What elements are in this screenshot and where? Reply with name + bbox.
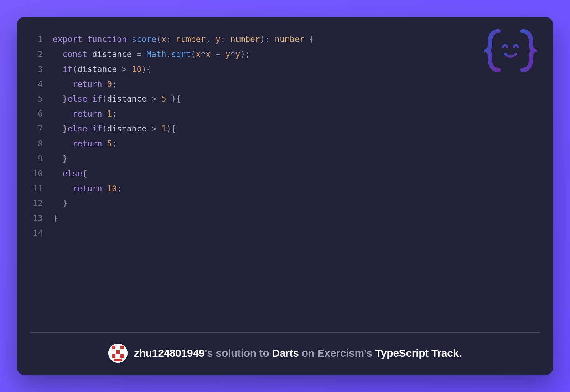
attribution-middle-1: 's solution to (204, 347, 272, 359)
code-line: if(distance > 10){ (53, 62, 314, 77)
line-number: 8 (30, 136, 43, 151)
attribution-middle-2: on Exercism's (299, 347, 375, 359)
line-number-gutter: 1234567891011121314 (30, 32, 43, 323)
code-line: } (53, 211, 314, 226)
svg-rect-4 (112, 354, 115, 358)
svg-rect-2 (120, 346, 124, 349)
svg-rect-6 (114, 359, 122, 361)
line-number: 9 (30, 151, 43, 166)
code-line: return 10; (53, 181, 314, 196)
svg-rect-1 (112, 346, 115, 349)
line-number: 5 (30, 92, 43, 107)
code-content: export function score(x: number, y: numb… (53, 32, 314, 323)
code-line: }else if(distance > 5 ){ (53, 92, 314, 107)
line-number: 14 (30, 226, 43, 241)
svg-rect-5 (120, 354, 124, 358)
line-number: 11 (30, 181, 43, 196)
line-number: 7 (30, 122, 43, 136)
line-number: 13 (30, 211, 43, 226)
line-number: 3 (30, 62, 43, 77)
code-line: return 5; (53, 136, 314, 151)
line-number: 6 (30, 107, 43, 122)
code-line: const distance = Math.sqrt(x*x + y*y); (53, 47, 314, 62)
attribution-text: zhu124801949's solution to Darts on Exer… (134, 347, 462, 359)
code-line: return 0; (53, 77, 314, 92)
code-line: return 1; (53, 107, 314, 122)
exercise-name: Darts (272, 347, 299, 359)
avatar (108, 344, 128, 363)
line-number: 2 (30, 47, 43, 62)
code-snippet-card: 1234567891011121314 export function scor… (17, 17, 553, 375)
code-line: } (53, 151, 314, 166)
code-line (53, 226, 314, 241)
code-block: 1234567891011121314 export function scor… (30, 32, 540, 323)
line-number: 12 (30, 196, 43, 211)
username: zhu124801949 (134, 347, 204, 359)
attribution-footer: zhu124801949's solution to Darts on Exer… (30, 333, 540, 363)
line-number: 4 (30, 77, 43, 92)
code-line: }else if(distance > 1){ (53, 122, 314, 136)
track-name: TypeScript Track. (375, 347, 462, 359)
exercism-logo-icon (484, 29, 537, 75)
code-line: export function score(x: number, y: numb… (53, 32, 314, 47)
code-line: else{ (53, 166, 314, 181)
svg-rect-3 (116, 350, 120, 354)
line-number: 10 (30, 166, 43, 181)
code-line: } (53, 196, 314, 211)
line-number: 1 (30, 32, 43, 47)
